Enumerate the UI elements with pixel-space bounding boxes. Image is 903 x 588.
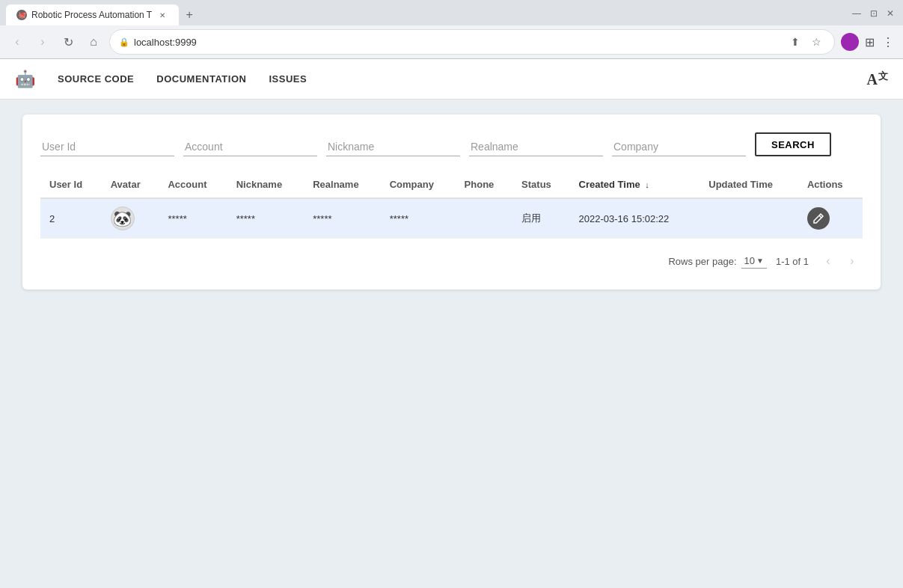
user-id-input[interactable] <box>40 138 174 156</box>
active-tab[interactable]: 🐙 Robotic Process Automation T ✕ <box>6 4 179 25</box>
account-input[interactable] <box>183 138 317 156</box>
tab-close-button[interactable]: ✕ <box>156 9 168 21</box>
table-body: 2 🐼 ***** ***** ***** ***** 启用 2022-03-1… <box>40 198 863 239</box>
forward-button[interactable]: › <box>33 32 52 52</box>
pagination-bar: Rows per page: 10 ▼ 1-1 of 1 ‹ › <box>40 251 863 272</box>
col-user-id: User Id <box>40 171 102 198</box>
tab-bar-controls: — ⊡ ✕ <box>849 7 897 23</box>
nickname-input[interactable] <box>326 138 460 156</box>
rows-per-page-label: Rows per page: <box>668 256 736 267</box>
sort-arrow-icon: ↓ <box>645 180 649 189</box>
address-bar: ‹ › ↻ ⌂ 🔒 localhost:9999 ⬆ ☆ ⊞ ⋮ <box>0 25 903 58</box>
user-id-field <box>40 138 174 156</box>
cell-status: 启用 <box>512 198 569 239</box>
nav-issues[interactable]: ISSUES <box>269 70 307 88</box>
edit-icon <box>812 212 824 224</box>
cell-created-time: 2022-03-16 15:02:22 <box>570 198 700 239</box>
edit-button[interactable] <box>807 207 830 230</box>
dropdown-arrow-icon: ▼ <box>756 257 764 265</box>
close-window-button[interactable]: ✕ <box>884 7 897 20</box>
security-lock-icon: 🔒 <box>119 37 129 47</box>
browser-toolbar: ⊞ ⋮ <box>841 33 896 51</box>
next-page-button[interactable]: › <box>842 251 863 272</box>
header-right: A文 <box>867 70 888 89</box>
translate-icon[interactable]: A文 <box>867 71 888 88</box>
page-info: 1-1 of 1 <box>776 256 809 267</box>
back-button[interactable]: ‹ <box>7 32 27 52</box>
app-logo: 🤖 <box>15 70 35 89</box>
realname-input[interactable] <box>469 138 603 156</box>
avatar: 🐼 <box>111 206 135 230</box>
cell-realname: ***** <box>304 198 381 239</box>
col-company: Company <box>381 171 456 198</box>
share-button[interactable]: ⬆ <box>786 33 804 51</box>
cell-phone <box>456 198 512 239</box>
col-realname: Realname <box>304 171 381 198</box>
maximize-button[interactable]: ⊡ <box>867 7 881 20</box>
search-bar: SEARCH <box>40 132 863 156</box>
col-avatar: Avatar <box>102 171 159 198</box>
settings-icon[interactable]: ⋮ <box>881 34 896 51</box>
company-input[interactable] <box>612 138 746 156</box>
prev-page-button[interactable]: ‹ <box>818 251 839 272</box>
col-created-time[interactable]: Created Time ↓ <box>570 171 700 198</box>
main-content: SEARCH User Id Avatar Account Nickname R… <box>0 99 903 304</box>
nav-source-code[interactable]: SOURCE CODE <box>58 70 134 88</box>
col-actions: Actions <box>798 171 863 198</box>
cell-nickname: ***** <box>227 198 304 239</box>
page-navigation: ‹ › <box>818 251 863 272</box>
nav-documentation[interactable]: DOCUMENTATION <box>156 70 246 88</box>
extensions-icon[interactable]: ⊞ <box>863 34 876 51</box>
cell-account: ***** <box>159 198 227 239</box>
url-bar[interactable]: 🔒 localhost:9999 ⬆ ☆ <box>109 29 835 55</box>
status-badge: 启用 <box>521 212 541 224</box>
table-row: 2 🐼 ***** ***** ***** ***** 启用 2022-03-1… <box>40 198 863 239</box>
table-header: User Id Avatar Account Nickname Realname… <box>40 171 863 198</box>
col-phone: Phone <box>456 171 512 198</box>
home-button[interactable]: ⌂ <box>84 32 103 52</box>
tab-bar: 🐙 Robotic Process Automation T ✕ + — ⊡ ✕ <box>0 0 903 25</box>
col-status: Status <box>512 171 569 198</box>
app-header: 🤖 SOURCE CODE DOCUMENTATION ISSUES A文 <box>0 59 903 99</box>
data-table-container: User Id Avatar Account Nickname Realname… <box>40 171 863 239</box>
cell-user-id: 2 <box>40 198 102 239</box>
cell-avatar: 🐼 <box>102 198 159 239</box>
rows-per-page-value: 10 <box>744 255 755 266</box>
company-field <box>612 138 746 156</box>
account-field <box>183 138 317 156</box>
rows-per-page-select[interactable]: 10 ▼ <box>741 254 767 269</box>
bookmark-button[interactable]: ☆ <box>807 33 825 51</box>
new-tab-button[interactable]: + <box>180 6 198 24</box>
col-nickname: Nickname <box>227 171 304 198</box>
browser-chrome: 🐙 Robotic Process Automation T ✕ + — ⊡ ✕… <box>0 0 903 59</box>
profile-icon[interactable] <box>841 33 859 51</box>
realname-field <box>469 138 603 156</box>
tab-favicon: 🐙 <box>16 10 27 20</box>
rows-per-page: Rows per page: 10 ▼ <box>668 254 766 269</box>
refresh-button[interactable]: ↻ <box>58 32 78 52</box>
header-row: User Id Avatar Account Nickname Realname… <box>40 171 863 198</box>
cell-updated-time <box>700 198 798 239</box>
cell-actions <box>798 198 863 239</box>
cell-company: ***** <box>381 198 456 239</box>
col-updated-time: Updated Time <box>700 171 798 198</box>
search-button[interactable]: SEARCH <box>755 132 831 156</box>
col-account: Account <box>159 171 227 198</box>
app-nav: SOURCE CODE DOCUMENTATION ISSUES <box>58 70 867 88</box>
url-action-buttons: ⬆ ☆ <box>786 33 825 51</box>
content-card: SEARCH User Id Avatar Account Nickname R… <box>22 114 881 290</box>
minimize-button[interactable]: — <box>849 7 864 20</box>
url-text: localhost:9999 <box>134 37 782 48</box>
data-table: User Id Avatar Account Nickname Realname… <box>40 171 863 239</box>
nickname-field <box>326 138 460 156</box>
tab-title: Robotic Process Automation T <box>31 10 152 20</box>
